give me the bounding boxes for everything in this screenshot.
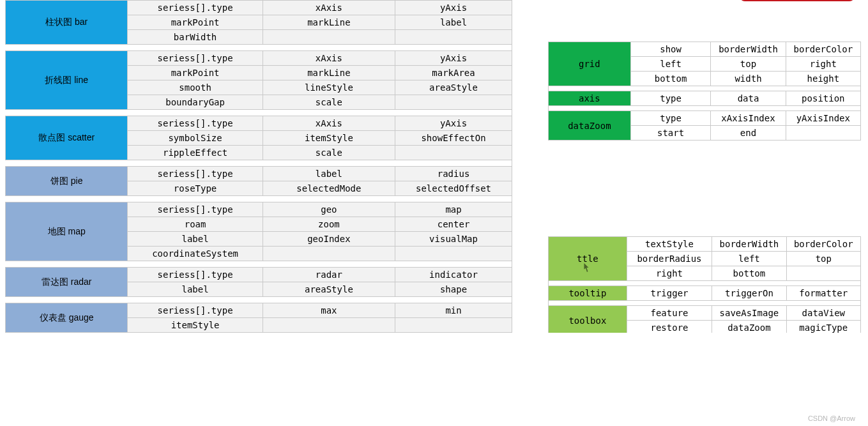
table-row: gridshowborderWidthborderColor bbox=[549, 42, 861, 57]
property-cell: start bbox=[630, 126, 711, 141]
property-cell: itemStyle bbox=[128, 318, 263, 333]
chart-type-header: 地图 map bbox=[6, 202, 128, 261]
property-cell: center bbox=[395, 217, 512, 232]
table-row: tooltiptriggertriggerOnformatter bbox=[549, 286, 861, 301]
property-cell bbox=[263, 30, 395, 45]
chart-type-header: 散点图 scatter bbox=[6, 116, 128, 160]
property-cell: borderColor bbox=[786, 42, 860, 57]
property-cell: show bbox=[630, 42, 711, 57]
property-cell: roseType bbox=[128, 181, 263, 196]
property-cell: yAxisIndex bbox=[786, 111, 860, 126]
property-cell: zoom bbox=[263, 217, 395, 232]
property-cell: borderWidth bbox=[712, 237, 786, 252]
property-cell: feature bbox=[627, 306, 712, 321]
property-cell: dataView bbox=[786, 306, 860, 321]
table-row: 雷达图 radarseriess[].typeradarindicator bbox=[6, 268, 512, 282]
spacer-row bbox=[6, 110, 512, 116]
property-cell bbox=[786, 126, 860, 141]
property-cell: seriess[].type bbox=[128, 202, 263, 217]
property-cell: textStyle bbox=[627, 237, 712, 252]
property-cell: trigger bbox=[627, 286, 712, 301]
property-cell: yAxis bbox=[395, 1, 512, 15]
table-row: 仪表盘 gaugeseriess[].typemaxmin bbox=[6, 303, 512, 318]
property-cell bbox=[786, 266, 860, 281]
property-cell: right bbox=[627, 266, 712, 281]
property-cell bbox=[263, 318, 395, 333]
property-cell: showEffectOn bbox=[395, 131, 512, 146]
property-cell: left bbox=[630, 57, 711, 72]
chart-type-header: 雷达图 radar bbox=[6, 268, 128, 297]
property-cell: geo bbox=[263, 202, 395, 217]
property-cell: selectedMode bbox=[263, 181, 395, 196]
property-cell: max bbox=[263, 303, 395, 318]
property-cell: label bbox=[128, 232, 263, 247]
spacer-row bbox=[6, 45, 512, 51]
table-row: 地图 mapseriess[].typegeomap bbox=[6, 202, 512, 217]
property-cell bbox=[395, 95, 512, 110]
table-row: 散点图 scatterseriess[].typexAxisyAxis bbox=[6, 116, 512, 131]
property-cell: seriess[].type bbox=[128, 1, 263, 15]
red-header-fragment bbox=[740, 0, 855, 1]
property-cell: markLine bbox=[263, 15, 395, 30]
option-header: grid bbox=[549, 42, 631, 86]
property-cell: selectedOffset bbox=[395, 181, 512, 196]
property-cell: seriess[].type bbox=[128, 51, 263, 66]
property-cell: bottom bbox=[712, 266, 786, 281]
property-cell: xAxis bbox=[263, 116, 395, 131]
table-row: 柱状图 barseriess[].typexAxisyAxis bbox=[6, 1, 512, 15]
option-header: dataZoom bbox=[549, 111, 631, 141]
property-cell: areaStyle bbox=[395, 80, 512, 95]
spacer-row bbox=[549, 281, 861, 286]
property-cell: height bbox=[786, 72, 860, 86]
property-cell: radar bbox=[263, 268, 395, 282]
property-cell bbox=[263, 247, 395, 261]
spacer-row bbox=[549, 301, 861, 306]
property-cell: coordinateSystem bbox=[128, 247, 263, 261]
property-cell bbox=[395, 247, 512, 261]
option-block: ttletextStyleborderWidthborderColorborde… bbox=[548, 236, 861, 333]
table-row: toolboxfeaturesaveAsImagedataView bbox=[549, 306, 861, 321]
property-cell: visualMap bbox=[395, 232, 512, 247]
chart-type-header: 柱状图 bar bbox=[6, 1, 128, 45]
property-cell: label bbox=[395, 15, 512, 30]
property-cell: restore bbox=[627, 321, 712, 333]
chart-types-table: 柱状图 barseriess[].typexAxisyAxismarkPoint… bbox=[5, 0, 512, 333]
option-header: toolbox bbox=[549, 306, 627, 333]
spacer-row bbox=[549, 106, 861, 111]
table-row: dataZoomtypexAxisIndexyAxisIndex bbox=[549, 111, 861, 126]
property-cell: yAxis bbox=[395, 116, 512, 131]
property-cell: shape bbox=[395, 282, 512, 297]
property-cell: geoIndex bbox=[263, 232, 395, 247]
property-cell: scale bbox=[263, 146, 395, 160]
option-table: gridshowborderWidthborderColorlefttoprig… bbox=[548, 42, 861, 141]
property-cell: markArea bbox=[395, 66, 512, 80]
property-cell: width bbox=[711, 72, 786, 86]
spacer-row bbox=[6, 160, 512, 167]
property-cell: type bbox=[630, 111, 711, 126]
property-cell: borderRadius bbox=[627, 252, 712, 266]
property-cell: min bbox=[395, 303, 512, 318]
property-cell: triggerOn bbox=[712, 286, 786, 301]
property-cell: scale bbox=[263, 95, 395, 110]
property-cell: data bbox=[711, 91, 786, 106]
property-cell: dataZoom bbox=[712, 321, 786, 333]
chart-type-header: 仪表盘 gauge bbox=[6, 303, 128, 333]
property-cell: xAxis bbox=[263, 51, 395, 66]
table-row: 饼图 pieseriess[].typelabelradius bbox=[6, 167, 512, 181]
property-cell: xAxisIndex bbox=[711, 111, 786, 126]
property-cell: seriess[].type bbox=[128, 303, 263, 318]
property-cell: end bbox=[711, 126, 786, 141]
property-cell: formatter bbox=[786, 286, 860, 301]
property-cell: seriess[].type bbox=[128, 167, 263, 181]
property-cell bbox=[395, 318, 512, 333]
property-cell: itemStyle bbox=[263, 131, 395, 146]
property-cell: xAxis bbox=[263, 1, 395, 15]
property-cell: boundaryGap bbox=[128, 95, 263, 110]
spacer-row bbox=[6, 196, 512, 202]
property-cell: label bbox=[263, 167, 395, 181]
property-cell: symbolSize bbox=[128, 131, 263, 146]
property-cell: yAxis bbox=[395, 51, 512, 66]
property-cell: magicType bbox=[786, 321, 860, 333]
property-cell: top bbox=[711, 57, 786, 72]
property-cell: lineStyle bbox=[263, 80, 395, 95]
